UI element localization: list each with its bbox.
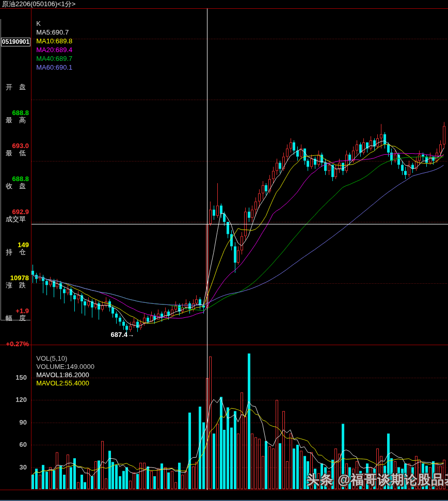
quote-datetime: 05190901 [1,38,30,46]
vol-tick-30: 30 [0,463,27,471]
vol-params: VOL(5,10) [36,354,67,362]
watermark: 头条 @福哥谈期论股品基 [307,471,448,488]
quote-label: 持 仓 [1,249,30,256]
quote-label: 开 盘 [1,84,30,91]
ma5-value: MA5:690.7 [36,28,69,36]
ma10-value: MA10:689.8 [36,37,72,45]
vol-tick-90: 90 [0,418,27,426]
ma60-value: MA60:690.1 [36,63,72,71]
volume-value: VOLUME:149.0000 [36,363,94,370]
quote-label: 最 低 [1,150,30,157]
quote-info-panel: 05190901 开 盘 688.8 最 高 693.0 最 低 688.8 收… [1,19,30,320]
session-low-annotation: 687.4→ [102,331,134,338]
vol-tick-60: 60 [0,441,27,448]
quote-value: +0.27% [1,341,30,348]
quote-label: 收 盘 [1,183,30,190]
ma40-value: MA40:689.7 [36,55,72,62]
quote-label: 涨 跌 [1,282,30,289]
quote-label: 幅 度 [1,315,30,322]
volume-indicator-header: VOL(5,10) VOLUME:149.0000 MAVOL1:86.2000… [33,346,99,354]
kline-chart-canvas[interactable] [0,0,448,501]
window-title: 原油2206(050106)<1分> [0,0,448,8]
quote-row-open: 开 盘 688.8 [1,65,30,79]
vol-tick-150: 150 [0,374,27,381]
mavol1-value: MAVOL1:86.2000 [36,371,89,379]
mavol2-value: MAVOL2:55.4000 [36,379,89,387]
ma20-value: MA20:689.4 [36,46,72,54]
quote-label: 成交單 [1,216,30,223]
vol-tick-120: 120 [0,396,27,403]
quote-label: 最 高 [1,117,30,124]
kline-indicator-label: K [36,20,41,27]
ma-indicator-header: K MA5:690.7 MA10:689.8 MA20:689.4 MA40:6… [33,10,78,19]
